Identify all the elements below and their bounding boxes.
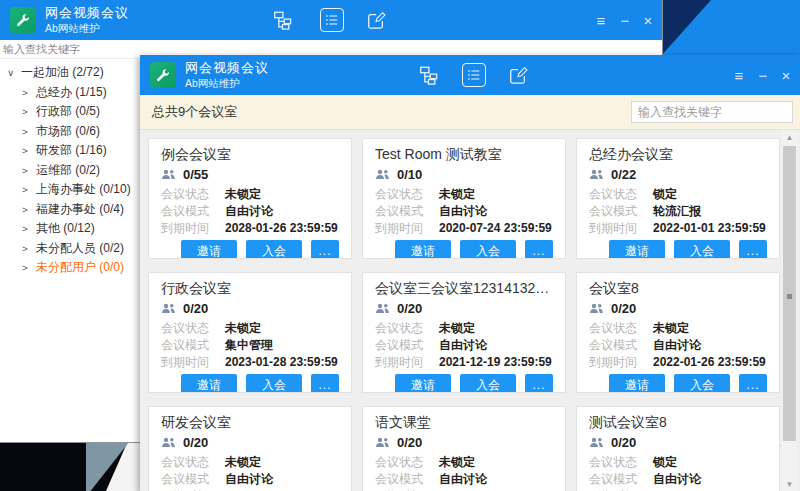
room-name: 行政会议室 xyxy=(161,277,339,299)
scroll-down-icon[interactable]: ▼ xyxy=(782,477,797,491)
window-title: 网会视频会议 xyxy=(45,5,129,21)
mode-label: 会议模式 xyxy=(589,471,653,488)
expire-label: 到期时间 xyxy=(375,220,439,237)
meeting-room-card: 会议室三会议室123141324141三会... 0/20 会议状态 未锁定 会… xyxy=(362,272,566,393)
window-subtitle: Ab网站维护 xyxy=(45,21,100,35)
room-mode: 集中管理 xyxy=(225,337,273,354)
room-expire: 2022-01-26 23:59:59 xyxy=(653,355,766,369)
join-button[interactable]: 入会 xyxy=(460,374,516,393)
room-name: 研发会议室 xyxy=(161,411,339,433)
background-titlebar: 网会视频会议 Ab网站维护 ≡ − × xyxy=(0,0,662,40)
minimize-button[interactable]: − xyxy=(614,0,636,40)
more-button[interactable]: ... xyxy=(311,374,339,393)
window-subtitle: Ab网站维护 xyxy=(185,76,240,90)
attendees-icon xyxy=(375,300,390,318)
attendees-icon xyxy=(161,166,176,184)
scrollbar[interactable]: ▲ ▼ xyxy=(782,130,797,491)
invite-button[interactable]: 邀请 xyxy=(181,374,237,393)
join-button[interactable]: 入会 xyxy=(460,240,516,259)
meeting-room-card: 行政会议室 0/20 会议状态 未锁定 会议模式 集中管理 到期时间 2023-… xyxy=(148,272,352,393)
room-status: 锁定 xyxy=(653,454,677,471)
app-wrench-icon xyxy=(150,62,176,88)
edit-compose-icon[interactable] xyxy=(364,8,388,32)
room-name: 语文课堂 xyxy=(375,411,553,433)
close-button[interactable]: × xyxy=(637,0,659,40)
org-chart-icon[interactable] xyxy=(270,8,294,32)
room-name: 会议室8 xyxy=(589,277,767,299)
scrollbar-thumb[interactable] xyxy=(783,146,796,441)
meeting-room-card: 测试会议室8 0/20 会议状态 锁定 会议模式 自由讨论 到期时间 2021-… xyxy=(576,406,780,491)
expire-label: 到期时间 xyxy=(161,488,225,491)
room-status: 未锁定 xyxy=(653,320,689,337)
room-search-input[interactable] xyxy=(631,101,793,123)
expire-label: 到期时间 xyxy=(375,354,439,371)
more-button[interactable]: ... xyxy=(311,240,339,259)
room-mode: 自由讨论 xyxy=(225,203,273,220)
more-button[interactable]: ... xyxy=(525,240,553,259)
tree-root-label: 一起加油 (2/72) xyxy=(21,64,104,81)
invite-button[interactable]: 邀请 xyxy=(609,374,665,393)
sidebar-search-input[interactable] xyxy=(1,41,153,56)
tree-item-label: 行政部 (0/5) xyxy=(36,103,100,120)
more-button[interactable]: ... xyxy=(525,374,553,393)
room-capacity: 0/20 xyxy=(611,301,636,316)
chevron-right-icon: > xyxy=(22,224,36,234)
room-expire: 2022-01-01 23:59:59 xyxy=(653,221,766,235)
mode-label: 会议模式 xyxy=(161,203,225,220)
invite-button[interactable]: 邀请 xyxy=(181,240,237,259)
expire-label: 到期时间 xyxy=(589,220,653,237)
status-label: 会议状态 xyxy=(589,454,653,471)
status-label: 会议状态 xyxy=(375,454,439,471)
room-grid: 例会会议室 0/55 会议状态 未锁定 会议模式 自由讨论 到期时间 2028-… xyxy=(148,138,780,491)
attendees-icon xyxy=(375,166,390,184)
tree-item-label: 其他 (0/12) xyxy=(36,220,95,237)
room-name: 测试会议室8 xyxy=(589,411,767,433)
status-label: 会议状态 xyxy=(375,320,439,337)
foreground-titlebar: 网会视频会议 Ab网站维护 ≡ − × xyxy=(140,55,800,95)
minimize-button[interactable]: − xyxy=(752,55,774,95)
meeting-room-card: 语文课堂 0/20 会议状态 未锁定 会议模式 自由讨论 到期时间 2022-0… xyxy=(362,406,566,491)
room-status: 未锁定 xyxy=(225,320,261,337)
list-view-icon[interactable] xyxy=(320,8,344,32)
expire-label: 到期时间 xyxy=(589,488,653,491)
menu-button[interactable]: ≡ xyxy=(590,0,612,40)
mode-label: 会议模式 xyxy=(375,471,439,488)
join-button[interactable]: 入会 xyxy=(246,374,302,393)
room-capacity: 0/22 xyxy=(611,167,636,182)
chevron-right-icon: > xyxy=(22,185,36,195)
expire-label: 到期时间 xyxy=(589,354,653,371)
expire-label: 到期时间 xyxy=(375,488,439,491)
room-mode: 自由讨论 xyxy=(439,203,487,220)
status-label: 会议状态 xyxy=(375,186,439,203)
room-expire: 2021-12-19 23:59:59 xyxy=(439,355,552,369)
room-mode: 自由讨论 xyxy=(439,471,487,488)
scroll-up-icon[interactable]: ▲ xyxy=(782,130,797,145)
chevron-down-icon: ∨ xyxy=(7,68,21,78)
org-chart-icon[interactable] xyxy=(416,63,440,87)
invite-button[interactable]: 邀请 xyxy=(395,374,451,393)
scrollbar-grip xyxy=(787,294,792,299)
window-title: 网会视频会议 xyxy=(185,60,269,76)
meeting-room-card: 研发会议室 0/20 会议状态 未锁定 会议模式 自由讨论 到期时间 2022-… xyxy=(148,406,352,491)
room-mode: 自由讨论 xyxy=(653,337,701,354)
join-button[interactable]: 入会 xyxy=(246,240,302,259)
mode-label: 会议模式 xyxy=(589,337,653,354)
more-button[interactable]: ... xyxy=(739,374,767,393)
room-name: 总经办会议室 xyxy=(589,143,767,165)
list-view-icon[interactable] xyxy=(462,63,486,87)
menu-button[interactable]: ≡ xyxy=(728,55,750,95)
mode-label: 会议模式 xyxy=(161,471,225,488)
close-button[interactable]: × xyxy=(775,55,797,95)
tree-item-label: 市场部 (0/6) xyxy=(36,123,100,140)
join-button[interactable]: 入会 xyxy=(674,374,730,393)
edit-compose-icon[interactable] xyxy=(506,63,530,87)
invite-button[interactable]: 邀请 xyxy=(609,240,665,259)
invite-button[interactable]: 邀请 xyxy=(395,240,451,259)
more-button[interactable]: ... xyxy=(739,240,767,259)
expire-label: 到期时间 xyxy=(161,220,225,237)
expire-label: 到期时间 xyxy=(161,354,225,371)
foreground-window: 网会视频会议 Ab网站维护 ≡ − × 总共9个会议室 例会会议室 0/55 会… xyxy=(140,55,800,491)
join-button[interactable]: 入会 xyxy=(674,240,730,259)
room-count-text: 总共9个会议室 xyxy=(152,103,237,121)
meeting-room-card: Test Room 测试教室 0/10 会议状态 未锁定 会议模式 自由讨论 到… xyxy=(362,138,566,259)
